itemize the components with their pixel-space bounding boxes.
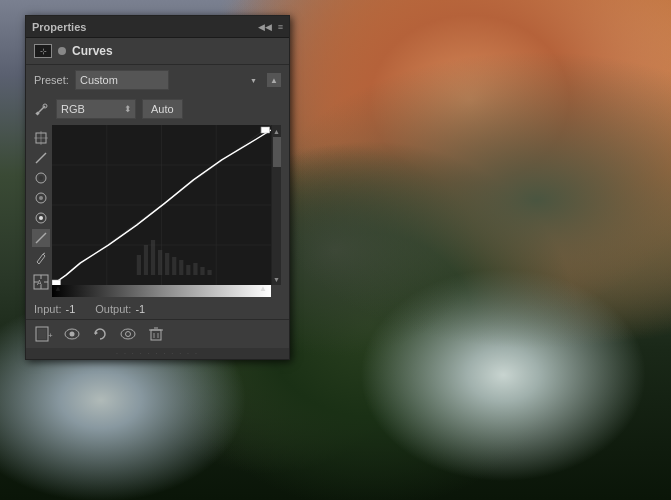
left-toolbar: A bbox=[30, 125, 52, 297]
adjustment-layer-icon: ⊹ bbox=[34, 44, 52, 58]
output-item: Output: -1 bbox=[95, 303, 145, 315]
channel-select-wrapper: RGB Red Green Blue bbox=[56, 99, 136, 119]
svg-rect-34 bbox=[186, 265, 190, 275]
svg-rect-37 bbox=[207, 270, 211, 275]
svg-text:+: + bbox=[48, 331, 53, 340]
panel-bottom-dots: · · · · · · · · · · · bbox=[26, 348, 289, 359]
svg-line-6 bbox=[36, 153, 46, 163]
svg-rect-35 bbox=[193, 263, 197, 275]
svg-point-44 bbox=[70, 332, 75, 337]
collapse-icon[interactable]: ◀◀ bbox=[258, 22, 272, 32]
curve-line-tool[interactable] bbox=[32, 229, 50, 247]
input-value: -1 bbox=[66, 303, 76, 315]
svg-point-8 bbox=[39, 176, 43, 180]
curves-graph-wrapper[interactable] bbox=[52, 125, 271, 285]
svg-rect-31 bbox=[165, 253, 169, 275]
input-item: Input: -1 bbox=[34, 303, 75, 315]
scroll-up-arrow[interactable]: ▲ bbox=[272, 125, 282, 137]
preset-select-wrapper: Custom Default Strong Contrast Medium Co… bbox=[75, 70, 261, 90]
svg-rect-29 bbox=[151, 240, 155, 275]
svg-point-47 bbox=[126, 332, 131, 337]
highlight-sample-tool[interactable] bbox=[32, 209, 50, 227]
io-row: Input: -1 Output: -1 bbox=[26, 299, 289, 319]
gradient-bar: ▲ ▲ bbox=[52, 285, 271, 297]
layer-visibility-button[interactable] bbox=[118, 325, 138, 343]
panel-titlebar: Properties ◀◀ ≡ bbox=[26, 16, 289, 38]
scroll-thumb[interactable] bbox=[273, 137, 281, 167]
svg-rect-41 bbox=[38, 329, 46, 339]
panel-scroll-up[interactable]: ▲ bbox=[267, 73, 281, 87]
curves-title: Curves bbox=[72, 44, 113, 58]
input-label: Input: bbox=[34, 303, 62, 315]
preset-row: Preset: Custom Default Strong Contrast M… bbox=[26, 65, 289, 95]
graph-container: ▲ ▼ ▲ ▲ bbox=[52, 125, 281, 297]
auto-button[interactable]: Auto bbox=[142, 99, 183, 119]
channel-row: RGB Red Green Blue Auto bbox=[26, 95, 289, 123]
svg-point-10 bbox=[39, 196, 43, 200]
pencil-draw-tool[interactable] bbox=[32, 249, 50, 267]
curves-header: ⊹ Curves bbox=[26, 38, 289, 65]
svg-rect-36 bbox=[200, 267, 204, 275]
output-label: Output: bbox=[95, 303, 131, 315]
visibility-dot bbox=[58, 47, 66, 55]
pencil-tool[interactable] bbox=[32, 149, 50, 167]
svg-rect-28 bbox=[144, 245, 148, 275]
svg-line-0 bbox=[38, 106, 45, 113]
curves-area: A bbox=[26, 123, 289, 299]
target-tool[interactable]: A bbox=[32, 273, 50, 291]
preset-label: Preset: bbox=[34, 74, 69, 86]
svg-rect-30 bbox=[158, 250, 162, 275]
select-point-tool[interactable] bbox=[32, 129, 50, 147]
output-value: -1 bbox=[135, 303, 145, 315]
panel-title-left: Properties bbox=[32, 21, 86, 33]
channel-select[interactable]: RGB Red Green Blue bbox=[56, 99, 136, 119]
panel-title-controls: ◀◀ ≡ bbox=[258, 22, 283, 32]
scroll-down-arrow[interactable]: ▼ bbox=[272, 273, 282, 285]
properties-panel: Properties ◀◀ ≡ ⊹ Curves Preset: Custom … bbox=[25, 15, 290, 360]
eye-button[interactable] bbox=[62, 325, 82, 343]
svg-point-46 bbox=[121, 329, 135, 339]
svg-marker-45 bbox=[95, 331, 98, 335]
delete-button[interactable] bbox=[146, 325, 166, 343]
shadow-sample-tool[interactable] bbox=[32, 169, 50, 187]
panel-title-text: Properties bbox=[32, 21, 86, 33]
svg-rect-38 bbox=[261, 127, 269, 133]
curves-graph[interactable] bbox=[52, 125, 271, 285]
eyedropper-icon[interactable] bbox=[34, 101, 50, 117]
curves-scrollbar: ▲ ▼ bbox=[271, 125, 281, 285]
svg-point-12 bbox=[39, 216, 43, 220]
menu-icon[interactable]: ≡ bbox=[278, 22, 283, 32]
bottom-toolbar: + bbox=[26, 319, 289, 348]
gradient-bar-row: ▲ ▲ bbox=[52, 285, 271, 297]
svg-rect-27 bbox=[137, 255, 141, 275]
scroll-track bbox=[272, 137, 281, 273]
graph-with-scrollbar: ▲ ▼ bbox=[52, 125, 281, 285]
add-mask-button[interactable]: + bbox=[34, 325, 54, 343]
svg-rect-32 bbox=[172, 257, 176, 275]
reset-button[interactable] bbox=[90, 325, 110, 343]
svg-rect-48 bbox=[151, 330, 161, 340]
svg-rect-33 bbox=[179, 260, 183, 275]
svg-text:A: A bbox=[37, 279, 42, 286]
svg-line-13 bbox=[43, 253, 45, 254]
preset-select[interactable]: Custom Default Strong Contrast Medium Co… bbox=[75, 70, 169, 90]
midtone-sample-tool[interactable] bbox=[32, 189, 50, 207]
